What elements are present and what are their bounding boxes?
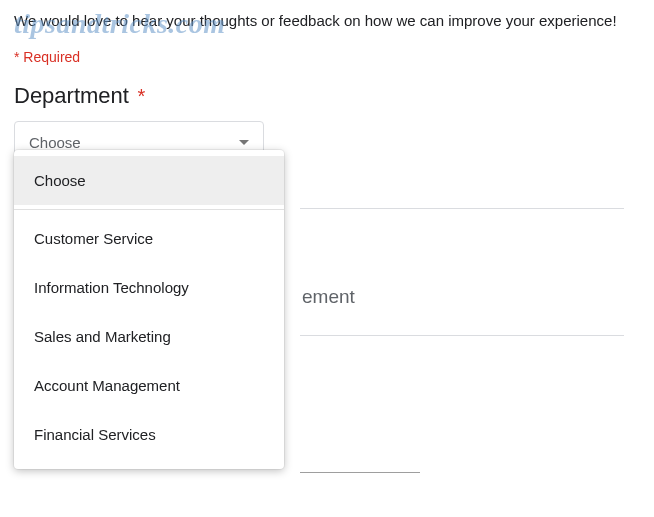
form-card: We would love to hear your thoughts or f…: [14, 0, 640, 164]
dropdown-option-information-technology[interactable]: Information Technology: [14, 263, 284, 312]
dropdown-option-financial-services[interactable]: Financial Services: [14, 410, 284, 459]
form-description: We would love to hear your thoughts or f…: [14, 10, 640, 31]
required-note: * Required: [14, 49, 640, 65]
obscured-text: ement: [302, 286, 355, 308]
question-label: Department: [14, 83, 129, 109]
required-asterisk: *: [137, 85, 145, 107]
chevron-down-icon: [239, 140, 249, 145]
dropdown-option-choose[interactable]: Choose: [14, 156, 284, 205]
dropdown-option-customer-service[interactable]: Customer Service: [14, 214, 284, 263]
select-value: Choose: [29, 134, 81, 151]
department-dropdown-menu: Choose Customer Service Information Tech…: [14, 150, 284, 469]
input-underline: [300, 472, 420, 473]
divider: [300, 208, 624, 209]
divider: [300, 335, 624, 336]
dropdown-option-sales-marketing[interactable]: Sales and Marketing: [14, 312, 284, 361]
dropdown-option-account-management[interactable]: Account Management: [14, 361, 284, 410]
dropdown-divider: [14, 209, 284, 210]
